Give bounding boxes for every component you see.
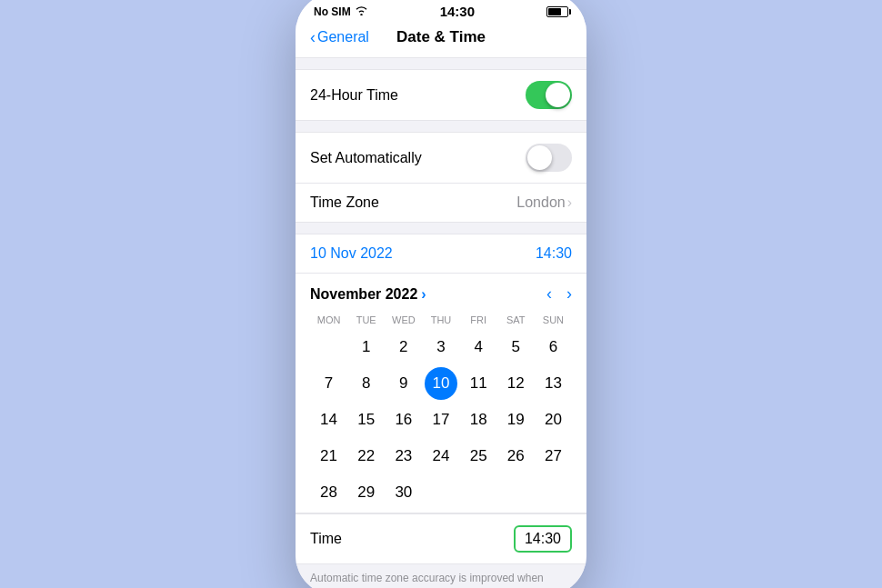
- back-label: General: [317, 29, 369, 45]
- day-header-tue: TUE: [347, 313, 385, 327]
- day-empty: [310, 331, 347, 364]
- page-title: Date & Time: [396, 28, 486, 46]
- day-empty-2: [460, 476, 497, 509]
- calendar-week-2: 7 8 9 10 11 12 13: [310, 367, 572, 400]
- day-header-sun: SUN: [535, 313, 572, 327]
- day-7[interactable]: 7: [310, 367, 347, 400]
- day-27[interactable]: 27: [535, 440, 572, 473]
- time-row: Time 14:30: [296, 513, 586, 564]
- footer-note: Automatic time zone accuracy is improved…: [296, 564, 586, 588]
- status-right: [546, 6, 568, 17]
- phone-frame: No SIM 14:30 ‹ General Date & Time: [296, 0, 586, 588]
- set-automatically-label: Set Automatically: [310, 150, 422, 166]
- wifi-icon: [355, 5, 368, 18]
- day-26[interactable]: 26: [497, 440, 535, 473]
- next-month-button[interactable]: ›: [566, 284, 572, 304]
- calendar-grid: MON TUE WED THU FRI SAT SUN 1 2 3 4 5 6: [310, 313, 572, 509]
- time-display[interactable]: 14:30: [536, 245, 572, 262]
- day-8[interactable]: 8: [347, 367, 385, 400]
- calendar-nav: ‹ ›: [546, 284, 572, 304]
- day-4[interactable]: 4: [460, 331, 497, 364]
- day-header-fri: FRI: [460, 313, 497, 327]
- calendar-header: November 2022 › ‹ ›: [310, 284, 572, 304]
- day-15[interactable]: 15: [347, 404, 385, 436]
- day-9[interactable]: 9: [385, 367, 422, 400]
- row-24hour-time: 24-Hour Time: [296, 70, 586, 120]
- day-empty-1: [422, 476, 459, 509]
- calendar-month-title: November 2022 ›: [310, 286, 426, 303]
- timezone-chevron-icon: ›: [567, 194, 572, 211]
- day-17[interactable]: 17: [422, 404, 459, 436]
- nav-bar: ‹ General Date & Time: [296, 25, 586, 58]
- day-14[interactable]: 14: [310, 404, 347, 436]
- carrier-label: No SIM: [314, 5, 351, 18]
- 24hour-label: 24-Hour Time: [310, 87, 398, 104]
- time-row-label: Time: [310, 531, 342, 547]
- day-11[interactable]: 11: [460, 367, 497, 400]
- day-headers: MON TUE WED THU FRI SAT SUN: [310, 313, 572, 327]
- battery-icon: [546, 6, 568, 17]
- day-header-thu: THU: [422, 313, 459, 327]
- date-display[interactable]: 10 Nov 2022: [310, 245, 393, 262]
- day-header-sat: SAT: [497, 313, 535, 327]
- day-19[interactable]: 19: [497, 404, 535, 436]
- calendar-week-5: 28 29 30: [310, 476, 572, 509]
- section-auto: Set Automatically Time Zone London ›: [296, 132, 586, 223]
- back-button[interactable]: ‹ General: [310, 28, 369, 47]
- day-16[interactable]: 16: [385, 404, 422, 436]
- prev-month-button[interactable]: ‹: [546, 284, 552, 304]
- day-12[interactable]: 12: [497, 367, 535, 400]
- day-23[interactable]: 23: [385, 440, 422, 473]
- month-chevron-icon: ›: [421, 286, 426, 303]
- day-13[interactable]: 13: [535, 367, 572, 400]
- day-30[interactable]: 30: [385, 476, 422, 509]
- calendar-section: November 2022 › ‹ › MON TUE WED THU FRI …: [296, 274, 586, 513]
- time-value-box[interactable]: 14:30: [514, 525, 572, 553]
- day-1[interactable]: 1: [347, 331, 385, 364]
- day-25[interactable]: 25: [460, 440, 497, 473]
- timezone-value: London ›: [516, 194, 572, 211]
- day-5[interactable]: 5: [497, 331, 535, 364]
- day-empty-3: [497, 476, 535, 509]
- day-24[interactable]: 24: [422, 440, 459, 473]
- day-10-selected[interactable]: 10: [425, 367, 457, 400]
- calendar-week-3: 14 15 16 17 18 19 20: [310, 404, 572, 436]
- status-time: 14:30: [440, 4, 475, 19]
- day-empty-4: [535, 476, 572, 509]
- day-21[interactable]: 21: [310, 440, 347, 473]
- status-bar: No SIM 14:30: [296, 0, 586, 25]
- day-2[interactable]: 2: [385, 331, 422, 364]
- day-28[interactable]: 28: [310, 476, 347, 509]
- row-timezone[interactable]: Time Zone London ›: [296, 183, 586, 222]
- day-3[interactable]: 3: [422, 331, 459, 364]
- date-time-display: 10 Nov 2022 14:30: [296, 234, 586, 274]
- section-24hour: 24-Hour Time: [296, 69, 586, 121]
- 24hour-toggle[interactable]: [526, 81, 572, 109]
- day-20[interactable]: 20: [535, 404, 572, 436]
- timezone-label: Time Zone: [310, 194, 379, 211]
- status-left: No SIM: [314, 5, 368, 18]
- day-29[interactable]: 29: [347, 476, 385, 509]
- timezone-city: London: [516, 194, 565, 211]
- day-header-wed: WED: [385, 313, 422, 327]
- month-year-label: November 2022: [310, 286, 417, 303]
- content: 24-Hour Time Set Automatically Time Zone…: [296, 58, 586, 588]
- row-set-automatically: Set Automatically: [296, 133, 586, 183]
- back-chevron-icon: ‹: [310, 28, 316, 47]
- set-automatically-toggle[interactable]: [526, 144, 572, 172]
- calendar-week-4: 21 22 23 24 25 26 27: [310, 440, 572, 473]
- day-22[interactable]: 22: [347, 440, 385, 473]
- day-header-mon: MON: [310, 313, 347, 327]
- day-6[interactable]: 6: [535, 331, 572, 364]
- day-18[interactable]: 18: [460, 404, 497, 436]
- calendar-week-1: 1 2 3 4 5 6: [310, 331, 572, 364]
